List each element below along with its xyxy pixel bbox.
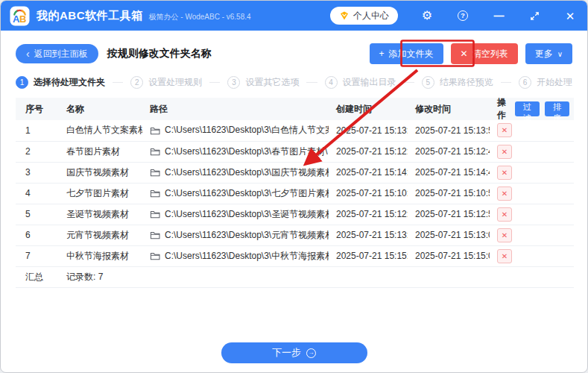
cell-path: C:\Users\11623\Desktop\3\中秋节海报素材\ [142,245,329,266]
folder-icon [150,126,160,135]
more-button[interactable]: 更多 ∨ [525,43,572,64]
folder-icon [150,210,160,219]
cell-action: ✕ [490,183,574,204]
gear-icon: ⚙ [422,10,432,22]
cell-path-text: C:\Users\11623\Desktop\3\春节图片素材\ [165,145,328,158]
cell-name: 白色情人节文案素材 [59,120,142,141]
toolbar: ‹ 返回到主面板 按规则修改文件夹名称 + 添加文件夹 ✕ 清空列表 更多 ∨ [16,43,572,65]
step-label: 选择待处理文件夹 [34,76,105,89]
app-window: A B 我的ABC软件工具箱 极简办公 - WodeABC - v6.58.4 … [0,0,588,373]
step-divider [209,82,220,83]
col-header-index: 序号 [16,98,59,120]
app-subtitle: 极简办公 - WodeABC - v6.58.4 [149,12,251,22]
cell-name: 春节图片素材 [59,141,142,162]
cell-path: C:\Users\11623\Desktop\3\圣诞节视频素材\ [142,204,329,225]
col-header-action: 操作 过滤 排序 [490,98,574,120]
settings-button[interactable]: ⚙ [420,9,434,22]
minimize-icon: — [494,10,504,21]
close-button[interactable]: ✕ [563,9,577,22]
table-row: 6 元宵节视频素材 C:\Users\11623\Desktop\3\元宵节视频… [16,225,574,245]
table-row: 1 白色情人节文案素材 C:\Users\11623\Desktop\3\白色情… [16,120,574,141]
col-header-modified: 修改时间 [408,98,490,120]
cell-created: 2025-07-21 15:12:51 [329,204,408,225]
step-divider [306,82,317,83]
delete-row-button[interactable]: ✕ [497,207,512,222]
cell-action: ✕ [490,162,574,183]
delete-row-button[interactable]: ✕ [497,186,512,201]
delete-row-button[interactable]: ✕ [497,145,512,159]
step-item-5: 5 结果路径预览 [422,76,493,89]
back-button-label: 返回到主面板 [34,48,88,60]
table-body: 1 白色情人节文案素材 C:\Users\11623\Desktop\3\白色情… [16,120,574,266]
page-title: 按规则修改文件夹名称 [107,47,212,60]
cell-name: 元宵节视频素材 [59,225,142,245]
cell-path-text: C:\Users\11623\Desktop\3\国庆节视频素材\ [165,166,329,179]
cell-path-text: C:\Users\11623\Desktop\3\圣诞节视频素材\ [165,208,329,221]
cell-name: 国庆节视频素材 [59,162,142,183]
cell-action: ✕ [490,141,574,162]
action-header-label: 操作 [497,96,510,122]
cell-index: 1 [16,120,59,141]
cell-name: 圣诞节视频素材 [59,204,142,225]
close-icon: ✕ [566,10,575,22]
col-header-created: 创建时间 [329,98,408,120]
filter-button[interactable]: 过滤 [515,101,540,116]
clear-list-button[interactable]: ✕ 清空列表 [451,43,518,64]
delete-row-button[interactable]: ✕ [497,123,512,137]
summary-value: 记录数: 7 [59,266,574,287]
table-row: 2 春节图片素材 C:\Users\11623\Desktop\3\春节图片素材… [16,141,574,162]
step-number: 5 [422,76,434,89]
cell-name: 中秋节海报素材 [59,245,142,266]
cell-created: 2025-07-21 15:13:53 [329,120,408,141]
folder-icon [150,231,160,239]
table-row: 5 圣诞节视频素材 C:\Users\11623\Desktop\3\圣诞节视频… [16,204,574,225]
cell-modified: 2025-07-21 15:14:49 [408,162,490,183]
user-center-button[interactable]: 个人中心 [330,7,398,25]
cell-action: ✕ [490,225,574,245]
delete-row-button[interactable]: ✕ [497,249,512,263]
cell-modified: 2025-07-21 15:13:07 [408,225,490,245]
chevron-down-icon: ∨ [557,50,563,58]
cell-modified: 2025-07-21 15:13:53 [408,120,490,141]
next-step-label: 下一步 [272,346,301,360]
sort-button[interactable]: 排序 [545,101,569,116]
cell-path: C:\Users\11623\Desktop\3\春节图片素材\ [142,141,329,162]
step-label: 设置输出目录 [343,76,396,89]
resize-button[interactable] [528,9,541,22]
cell-index: 4 [16,183,59,204]
cell-path: C:\Users\11623\Desktop\3\元宵节视频素材\ [142,225,329,245]
step-divider [501,82,511,83]
chevron-left-icon: ‹ [26,48,30,59]
cell-modified: 2025-07-21 15:12:51 [408,204,490,225]
col-header-path: 路径 [142,98,329,120]
minimize-button[interactable]: — [492,9,505,22]
table-header-row: 序号 名称 路径 创建时间 修改时间 操作 过滤 排序 [16,98,574,120]
next-step-button[interactable]: 下一步 → [221,342,367,363]
cell-path-text: C:\Users\11623\Desktop\3\中秋节海报素材\ [165,250,329,263]
cell-path-text: C:\Users\11623\Desktop\3\元宵节视频素材\ [165,229,329,242]
help-button[interactable]: ? [456,9,470,22]
user-center-label: 个人中心 [353,10,389,22]
folder-icon [150,251,160,260]
summary-row: 汇总 记录数: 7 [16,266,574,287]
cell-action: ✕ [490,245,574,266]
titlebar: A B 我的ABC软件工具箱 极简办公 - WodeABC - v6.58.4 … [1,1,587,31]
delete-row-button[interactable]: ✕ [497,228,512,242]
cell-modified: 2025-07-21 15:12:42 [408,141,490,162]
delete-row-button[interactable]: ✕ [497,166,512,180]
step-item-2: 2 设置处理规则 [130,76,202,89]
cell-path: C:\Users\11623\Desktop\3\白色情人节文案素材\ [142,120,329,141]
cell-modified: 2025-07-21 15:15:08 [408,245,490,266]
folders-table: 序号 名称 路径 创建时间 修改时间 操作 过滤 排序 1 白色情人节文案素材 [16,98,574,288]
cell-path: C:\Users\11623\Desktop\3\国庆节视频素材\ [142,162,329,183]
add-folder-button[interactable]: + 添加文件夹 [370,43,443,64]
resize-icon [530,11,540,21]
step-item-4: 4 设置输出目录 [325,76,396,89]
back-to-main-button[interactable]: ‹ 返回到主面板 [16,44,98,63]
cell-action: ✕ [490,204,574,225]
cell-index: 2 [16,141,59,162]
step-divider [113,82,123,83]
step-number: 4 [325,76,338,89]
cell-index: 7 [16,245,59,266]
cell-modified: 2025-07-21 15:10:53 [408,183,490,204]
